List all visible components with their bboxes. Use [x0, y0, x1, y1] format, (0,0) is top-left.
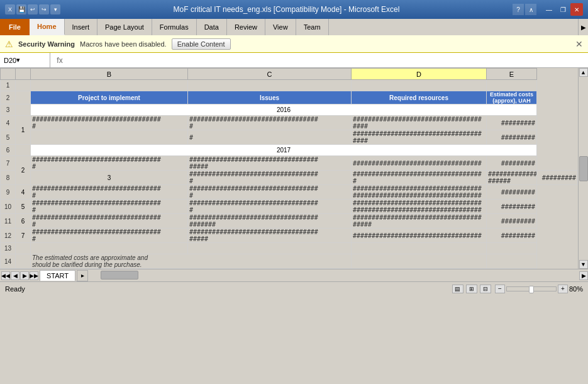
sheet-first-icon[interactable]: ◀◀ — [1, 271, 10, 280]
cell-e9[interactable]: ######### — [487, 185, 537, 200]
redo-icon[interactable]: ↪ — [39, 4, 49, 14]
cell-a2[interactable] — [16, 91, 31, 104]
col-header-e[interactable]: E — [487, 69, 537, 80]
cell-b12[interactable]: ################################### — [31, 229, 188, 243]
vertical-scrollbar[interactable]: ▲ ▼ — [578, 68, 588, 269]
cell-e11[interactable]: ######### — [487, 214, 537, 229]
close-button[interactable]: ✕ — [570, 3, 583, 16]
cell-d9[interactable]: ########################################… — [352, 185, 487, 200]
tab-insert[interactable]: Insert — [65, 19, 98, 35]
tab-team[interactable]: Team — [296, 19, 329, 35]
restore-button[interactable]: ❐ — [557, 3, 569, 16]
tab-review[interactable]: Review — [227, 19, 265, 35]
cell-d7[interactable]: ################################## — [352, 156, 487, 171]
cell-d5[interactable]: ###################################### — [352, 130, 487, 145]
header-issues[interactable]: Issues — [188, 91, 352, 104]
zoom-slider-thumb[interactable] — [529, 286, 534, 293]
cell-d12[interactable]: ################################## — [352, 229, 487, 243]
cell-a7[interactable]: 2 — [16, 156, 31, 185]
minimize-button[interactable]: — — [543, 3, 555, 16]
cell-ref-dropdown-icon[interactable]: ▾ — [16, 56, 26, 64]
cell-b1[interactable] — [31, 80, 188, 91]
cell-c12[interactable]: ####################################### — [188, 229, 352, 243]
cell-e14[interactable] — [487, 254, 537, 269]
cell-a13[interactable] — [16, 243, 31, 254]
cell-e1[interactable] — [487, 80, 537, 91]
horizontal-scrollbar[interactable] — [88, 269, 579, 281]
cell-a14[interactable] — [16, 254, 31, 269]
cell-c9[interactable]: ################################### — [188, 185, 352, 200]
sheet-next-icon[interactable]: ▶ — [20, 271, 29, 280]
cell-reference-box[interactable]: D20 ▾ — [0, 53, 50, 67]
cell-b7[interactable]: ################################### — [31, 156, 188, 171]
zoom-slider[interactable] — [506, 286, 557, 291]
page-layout-view-btn[interactable]: ⊞ — [466, 285, 477, 293]
cell-e5[interactable]: ######### — [487, 130, 537, 145]
cell-a8[interactable]: 3 — [31, 171, 188, 185]
tab-file[interactable]: File — [0, 19, 30, 35]
scroll-up-button[interactable]: ▲ — [579, 68, 588, 77]
cell-b14-note[interactable]: The estimated costs are approximate ands… — [31, 254, 352, 269]
cell-a3[interactable] — [16, 104, 31, 116]
cell-d4[interactable]: ###################################### — [352, 116, 487, 130]
cell-b5[interactable] — [31, 130, 188, 145]
cell-a12[interactable]: 7 — [16, 229, 31, 243]
scroll-down-button[interactable]: ▼ — [579, 260, 588, 269]
scroll-thumb[interactable] — [579, 156, 588, 181]
undo-icon[interactable]: ↩ — [28, 4, 38, 14]
cell-a4[interactable]: 1 — [16, 116, 31, 145]
cell-a6[interactable] — [16, 145, 31, 156]
sheet-last-icon[interactable]: ▶▶ — [30, 271, 38, 280]
cell-e8[interactable]: ######### — [537, 171, 578, 185]
col-header-b[interactable]: B — [31, 69, 188, 80]
cell-d1[interactable] — [352, 80, 487, 91]
zoom-in-btn[interactable]: + — [558, 285, 568, 293]
cell-c8[interactable]: ################################### — [352, 171, 487, 185]
year-2017[interactable]: 2017 — [31, 145, 537, 156]
col-header-c[interactable]: C — [188, 69, 352, 80]
normal-view-btn[interactable]: ▤ — [452, 285, 463, 293]
tab-data[interactable]: Data — [197, 19, 227, 35]
cell-e13[interactable] — [487, 243, 537, 254]
cell-b4[interactable]: ################################### — [31, 116, 188, 130]
cell-b8[interactable]: ################################### — [188, 171, 352, 185]
cell-d13[interactable] — [352, 243, 487, 254]
cell-d8[interactable]: ######################################## — [487, 171, 537, 185]
cell-e4[interactable]: ######### — [487, 116, 537, 130]
fx-icon[interactable]: fx — [50, 56, 69, 65]
tab-home[interactable]: Home — [30, 19, 65, 35]
cell-c5[interactable]: # — [188, 130, 352, 145]
page-break-view-btn[interactable]: ⊟ — [480, 285, 491, 293]
year-2016[interactable]: 2016 — [31, 104, 537, 116]
cell-c1[interactable] — [188, 80, 352, 91]
col-header-d[interactable]: D — [352, 69, 487, 80]
cell-e12[interactable]: ######### — [487, 229, 537, 243]
ribbon-minimize-icon[interactable]: ∧ — [525, 4, 536, 15]
cell-a9[interactable]: 4 — [16, 185, 31, 200]
formula-input[interactable] — [69, 57, 588, 64]
cell-d14[interactable] — [352, 254, 487, 269]
cell-c10[interactable]: ################################### — [188, 200, 352, 214]
tab-formulas[interactable]: Formulas — [152, 19, 197, 35]
dropdown-icon[interactable]: ▾ — [50, 4, 60, 14]
sheet-tab-start[interactable]: START — [40, 270, 75, 281]
zoom-out-btn[interactable]: − — [495, 285, 505, 293]
sheet-tab-extra-icon[interactable]: ▸ — [77, 270, 88, 281]
cell-d10[interactable]: ########################################… — [352, 200, 487, 214]
h-scroll-thumb[interactable] — [101, 271, 138, 280]
cell-b9[interactable]: ################################### — [31, 185, 188, 200]
cell-c7[interactable]: ####################################### — [188, 156, 352, 171]
cell-b10[interactable]: ################################### — [31, 200, 188, 214]
security-close-icon[interactable]: ✕ — [575, 39, 583, 49]
ribbon-scroll-right[interactable]: ▶ — [578, 19, 588, 35]
h-scroll-right-btn[interactable]: ▶ — [579, 271, 588, 280]
cell-e10[interactable]: ######### — [487, 200, 537, 214]
header-project[interactable]: Project to implement — [31, 91, 188, 104]
tab-view[interactable]: View — [265, 19, 296, 35]
cell-e7[interactable]: ######### — [487, 156, 537, 171]
tab-page-layout[interactable]: Page Layout — [97, 19, 152, 35]
cell-a10[interactable]: 5 — [16, 200, 31, 214]
cell-c13[interactable] — [188, 243, 352, 254]
cell-a1[interactable] — [16, 80, 31, 91]
header-resources[interactable]: Required resources — [352, 91, 487, 104]
